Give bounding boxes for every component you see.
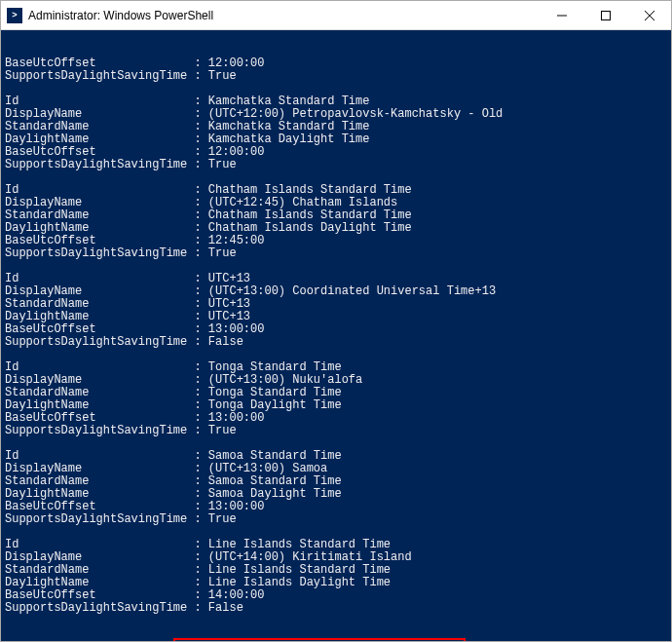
- svg-rect-1: [601, 11, 610, 19]
- minimize-icon: [557, 11, 567, 20]
- window-title: Administrator: Windows PowerShell: [28, 9, 540, 22]
- close-button[interactable]: [627, 1, 671, 29]
- minimize-button[interactable]: [540, 1, 583, 29]
- window-controls: [540, 1, 671, 29]
- console-output[interactable]: BaseUtcOffset : 12:00:00SupportsDaylight…: [1, 30, 671, 641]
- titlebar[interactable]: > Administrator: Windows PowerShell: [1, 1, 671, 30]
- output-row: SupportsDaylightSavingTime : True: [5, 513, 667, 526]
- close-icon: [645, 11, 654, 20]
- powershell-icon: >: [7, 8, 22, 23]
- output-row: SupportsDaylightSavingTime : True: [5, 159, 667, 171]
- powershell-window: > Administrator: Windows PowerShell Base…: [0, 0, 672, 642]
- output-row: SupportsDaylightSavingTime : False: [5, 602, 667, 615]
- output-row: SupportsDaylightSavingTime : True: [5, 425, 667, 437]
- output-row: SupportsDaylightSavingTime : True: [5, 70, 667, 83]
- output-row: SupportsDaylightSavingTime : False: [5, 336, 667, 349]
- maximize-icon: [601, 11, 611, 20]
- command-highlight: Set-Timezone -Name "India Standard Time": [173, 638, 466, 641]
- output-row: SupportsDaylightSavingTime : True: [5, 247, 667, 260]
- prompt-line-executed: PS C:\windows\system32> Set-Timezone -Na…: [5, 640, 667, 641]
- maximize-button[interactable]: [583, 1, 627, 29]
- blank-line: [5, 615, 667, 627]
